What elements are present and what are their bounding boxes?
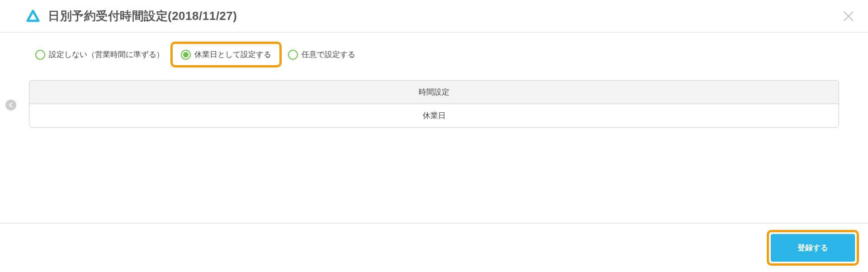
chevron-left-icon — [9, 102, 13, 108]
back-button[interactable] — [5, 100, 16, 110]
submit-highlight-frame: 登録する — [767, 230, 859, 266]
dialog-title: 日別予約受付時間設定(2018/11/27) — [48, 8, 237, 24]
submit-button[interactable]: 登録する — [771, 234, 855, 262]
dialog-footer: 登録する — [0, 223, 868, 272]
radio-icon — [181, 50, 191, 60]
radio-option-custom[interactable]: 任意で設定する — [282, 45, 362, 64]
setting-type-radio-group: 設定しない（営業時間に準ずる） 休業日として設定する 任意で設定する — [29, 42, 839, 67]
logo-icon — [26, 10, 40, 23]
radio-option-no-setting[interactable]: 設定しない（営業時間に準ずる） — [29, 45, 170, 64]
panel-header: 時間設定 — [29, 81, 839, 104]
highlighted-option-frame: 休業日として設定する — [170, 42, 282, 67]
close-button[interactable] — [842, 10, 855, 23]
radio-label: 設定しない（営業時間に準ずる） — [49, 49, 164, 60]
dialog-header: 日別予約受付時間設定(2018/11/27) — [0, 0, 868, 33]
radio-label: 休業日として設定する — [194, 49, 271, 60]
radio-icon — [35, 50, 45, 60]
time-setting-panel: 時間設定 休業日 — [29, 80, 839, 128]
radio-option-closed-day[interactable]: 休業日として設定する — [177, 47, 275, 62]
dialog-content: 設定しない（営業時間に準ずる） 休業日として設定する 任意で設定する 時間設定 … — [0, 33, 868, 128]
radio-icon — [288, 50, 298, 60]
radio-label: 任意で設定する — [302, 49, 355, 60]
close-icon — [843, 10, 854, 22]
panel-body: 休業日 — [29, 104, 839, 127]
